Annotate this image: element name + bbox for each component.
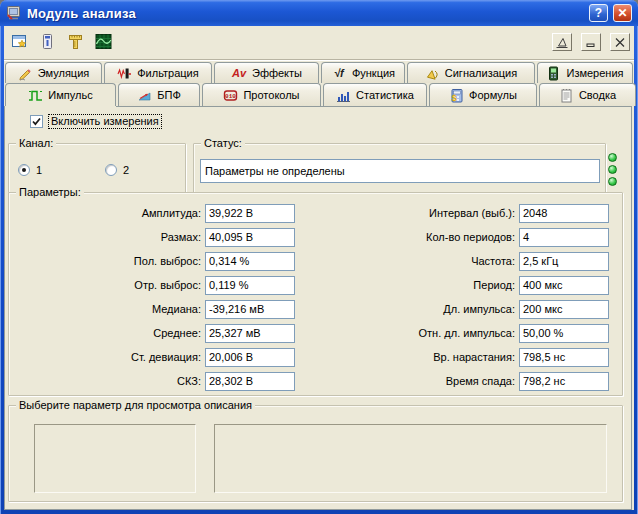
- stats-icon: [336, 88, 351, 103]
- param-label: Размах:: [9, 228, 205, 247]
- param-label: Дл. импульса:: [205, 300, 519, 319]
- param-label: Амплитуда:: [9, 204, 205, 223]
- tab-function[interactable]: √f Функция: [321, 62, 405, 83]
- checkbox-box[interactable]: [30, 115, 43, 128]
- param-label: Кол-во периодов:: [205, 228, 519, 247]
- tab-statistics[interactable]: Статистика: [323, 83, 427, 106]
- led-icon: [608, 153, 617, 162]
- checkbox-label: Включить измерения: [48, 114, 162, 129]
- description-text-panel[interactable]: [214, 424, 607, 493]
- rise-time-field[interactable]: 798,5 нс: [519, 348, 609, 367]
- status-group-title: Статус:: [201, 136, 245, 150]
- check-icon: [32, 117, 41, 126]
- channel-1-radio[interactable]: 1: [18, 164, 42, 176]
- parameters-group: Параметры: Амплитуда:39,922 В Размах:40,…: [8, 192, 623, 396]
- function-icon: √f: [331, 66, 347, 81]
- svg-text:010: 010: [226, 93, 237, 100]
- param-label: Период:: [205, 276, 519, 295]
- radio-label: 2: [123, 164, 129, 176]
- tab-fft[interactable]: БПФ: [118, 83, 200, 106]
- oscilloscope-icon[interactable]: [93, 30, 113, 52]
- tab-effects[interactable]: Av Эффекты: [214, 62, 319, 83]
- close-button[interactable]: ✕: [613, 4, 632, 22]
- status-led-stack: [608, 153, 617, 186]
- toolbar: [4, 26, 634, 60]
- param-label: Частота:: [205, 252, 519, 271]
- pulse-tab-page: Включить измерения Канал: 1 2 Статус: Па…: [4, 106, 632, 510]
- radio-icon[interactable]: [18, 164, 30, 176]
- close-panel-button[interactable]: [610, 33, 630, 51]
- app-icon: [6, 5, 22, 21]
- status-message-field[interactable]: Параметры не определены: [200, 159, 600, 183]
- tab-protocols[interactable]: 010 Протоколы: [202, 83, 321, 106]
- param-label: Среднее:: [9, 324, 205, 343]
- description-param-panel[interactable]: [34, 424, 196, 493]
- help-button[interactable]: ?: [589, 4, 608, 22]
- tab-label: Фильтрация: [137, 67, 198, 79]
- titlebar[interactable]: Модуль анализа ? ✕: [0, 0, 638, 26]
- tab-label: Функция: [352, 67, 395, 79]
- ruler-icon[interactable]: [65, 30, 85, 52]
- param-label: Время спада:: [205, 372, 519, 391]
- param-label: Вр. нарастания:: [205, 348, 519, 367]
- description-group-title: Выберите параметр для просмотра описания: [16, 398, 255, 412]
- tab-label: БПФ: [157, 89, 181, 101]
- pulse-icon: [28, 88, 43, 103]
- tab-filtration[interactable]: Фильтрация: [104, 62, 212, 83]
- param-label: Медиана:: [9, 300, 205, 319]
- effects-icon: Av: [231, 66, 247, 81]
- svg-text:$: $: [452, 92, 457, 102]
- enable-measurements-checkbox[interactable]: Включить измерения: [30, 114, 162, 129]
- status-group: Статус: Параметры не определены: [193, 143, 606, 193]
- led-icon: [608, 177, 617, 186]
- duty-cycle-field[interactable]: 50,00 %: [519, 324, 609, 343]
- meter-icon: [546, 66, 561, 81]
- protocols-icon: 010: [223, 88, 238, 103]
- filter-icon: [117, 66, 132, 81]
- channel-2-radio[interactable]: 2: [105, 164, 129, 176]
- fft-icon: [137, 88, 152, 103]
- window-title: Модуль анализа: [27, 6, 584, 21]
- device-info-icon[interactable]: [37, 30, 57, 52]
- tab-label: Сводка: [579, 89, 616, 101]
- tab-label: Протоколы: [243, 89, 299, 101]
- interval-field[interactable]: 2048: [519, 204, 609, 223]
- frequency-field[interactable]: 2,5 кГц: [519, 252, 609, 271]
- chart-preview-button[interactable]: [552, 33, 572, 51]
- tab-label: Импульс: [48, 89, 92, 101]
- tab-alarms[interactable]: Сигнализация: [407, 62, 535, 83]
- param-label: Интервал (выб.):: [205, 204, 519, 223]
- param-label: Ст. девиация:: [9, 348, 205, 367]
- report-icon: [559, 88, 574, 103]
- tab-label: Сигнализация: [445, 67, 517, 79]
- tab-summary[interactable]: Сводка: [539, 83, 636, 106]
- param-label: Отр. выброс:: [9, 276, 205, 295]
- tab-label: Измерения: [566, 67, 623, 79]
- param-label: Пол. выброс:: [9, 252, 205, 271]
- pulse-width-field[interactable]: 200 мкс: [519, 300, 609, 319]
- tab-label: Эффекты: [252, 67, 302, 79]
- minimize-button[interactable]: [581, 33, 601, 51]
- window-star-icon[interactable]: [9, 30, 29, 52]
- param-label: Отн. дл. импульса:: [205, 324, 519, 343]
- emulation-icon: [18, 66, 33, 81]
- channel-group-title: Канал:: [16, 136, 56, 150]
- tab-emulation[interactable]: Эмуляция: [5, 62, 102, 83]
- fall-time-field[interactable]: 798,2 нс: [519, 372, 609, 391]
- analysis-module-window: Модуль анализа ? ✕: [0, 0, 638, 514]
- parameters-group-title: Параметры:: [16, 185, 84, 199]
- period-field[interactable]: 400 мкс: [519, 276, 609, 295]
- param-label: СКЗ:: [9, 372, 205, 391]
- period-count-field[interactable]: 4: [519, 228, 609, 247]
- client-area: Эмуляция Фильтрация Av Эффекты √f Функци…: [4, 26, 634, 510]
- tab-label: Формулы: [469, 89, 517, 101]
- tab-measurements[interactable]: Измерения: [537, 62, 633, 83]
- led-icon: [608, 165, 617, 174]
- formulas-icon: $: [449, 88, 464, 103]
- description-group: Выберите параметр для просмотра описания: [8, 405, 623, 502]
- tab-label: Статистика: [356, 89, 414, 101]
- radio-icon[interactable]: [105, 164, 117, 176]
- alarm-icon: [425, 66, 440, 81]
- tab-pulse[interactable]: Импульс: [5, 83, 116, 106]
- tab-formulas[interactable]: $ Формулы: [429, 83, 537, 106]
